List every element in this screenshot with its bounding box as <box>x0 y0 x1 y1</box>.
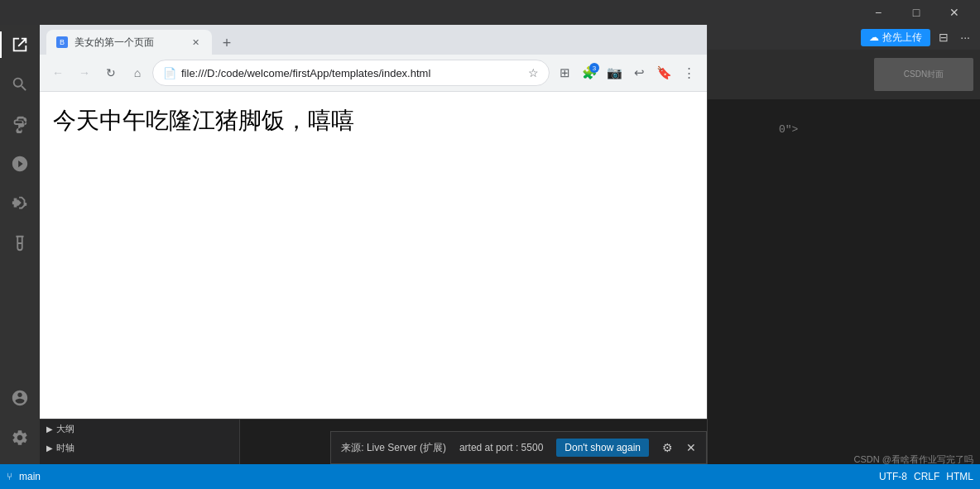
bookmark-toolbar-icon[interactable]: 🔖 <box>652 61 675 84</box>
forward-button[interactable]: → <box>73 61 96 84</box>
editor-content: 0"> <box>708 99 980 464</box>
title-bar: − □ ✕ <box>0 0 980 25</box>
home-button[interactable]: ⌂ <box>126 61 149 84</box>
notification-message: arted at port : 5500 <box>459 442 543 453</box>
bookmark-icon[interactable]: ☆ <box>528 66 539 79</box>
bottom-left-panel: ▶ 大纲 ▶ 时轴 <box>40 419 240 464</box>
csdn-notice: CSDN @看啥看作业写完了吗 <box>854 453 973 464</box>
settings-icon[interactable] <box>0 418 40 458</box>
toolbar-icons: ⊞ 🧩 3 📷 ↩ 🔖 ⋮ <box>553 61 700 84</box>
csdn-upload-button[interactable]: ☁ 抢先上传 <box>861 29 930 46</box>
extension-badge: 3 <box>589 63 599 73</box>
branch-icon: ⑂ <box>7 471 12 482</box>
timeline-label: 时轴 <box>56 442 74 454</box>
tab-title: 美女的第一个页面 <box>74 36 182 50</box>
page-heading: 今天中午吃隆江猪脚饭，嘻嘻 <box>53 105 694 137</box>
outline-chevron-icon: ▶ <box>46 424 53 434</box>
timeline-chevron-icon: ▶ <box>46 443 53 453</box>
close-button[interactable]: ✕ <box>935 0 973 25</box>
encoding-label: UTF-8 <box>879 471 907 482</box>
notification-close-icon[interactable]: ✕ <box>686 441 696 454</box>
back-toolbar-icon[interactable]: ↩ <box>627 61 651 84</box>
csdn-thumbnail-area: CSDN封面 <box>708 50 980 99</box>
extensions-toolbar-icon[interactable]: 🧩 3 <box>578 61 601 84</box>
explorer-icon[interactable] <box>0 25 40 65</box>
title-bar-controls: − □ ✕ <box>859 0 973 25</box>
outline-label: 大纲 <box>56 423 74 435</box>
split-editor-icon[interactable]: ⊟ <box>935 29 952 46</box>
minimize-button[interactable]: − <box>859 0 897 25</box>
browser-content: 今天中午吃隆江猪脚饭，嘻嘻 <box>40 92 707 419</box>
timeline-section-header[interactable]: ▶ 时轴 <box>40 439 239 458</box>
status-bar-right: UTF-8 CRLF HTML <box>879 471 973 482</box>
activity-bar-bottom <box>0 378 40 464</box>
extensions-icon[interactable] <box>0 184 40 223</box>
tab-favicon: B <box>56 36 68 48</box>
screenshot-icon[interactable]: 📷 <box>603 61 626 84</box>
code-line-1: 0"> <box>714 106 973 153</box>
notification-source: 来源: Live Server (扩展) <box>341 441 446 455</box>
live-server-notification: 来源: Live Server (扩展) arted at port : 550… <box>330 431 707 464</box>
bookmarks-icon[interactable]: ⊞ <box>553 61 576 84</box>
browser-tab-active[interactable]: B 美女的第一个页面 ✕ <box>46 30 212 55</box>
activity-bar <box>0 25 40 464</box>
status-bar-left: ⑂ main <box>7 471 41 482</box>
new-tab-button[interactable]: + <box>215 31 238 55</box>
right-topbar: ☁ 抢先上传 ⊟ ··· <box>708 25 980 50</box>
address-bar-wrapper: 📄 ☆ <box>152 60 550 86</box>
address-lock-icon: 📄 <box>163 67 176 79</box>
status-bar: ⑂ main UTF-8 CRLF HTML <box>0 464 980 489</box>
language-label: HTML <box>946 471 973 482</box>
upload-icon: ☁ <box>869 31 879 43</box>
right-panel: ☁ 抢先上传 ⊟ ··· CSDN封面 0"> CSDN @看啥看作业写完了吗 <box>707 25 980 464</box>
browser-toolbar: ← → ↻ ⌂ 📄 ☆ ⊞ 🧩 3 <box>40 55 707 92</box>
menu-button[interactable]: ⋮ <box>677 61 700 84</box>
branch-name: main <box>19 471 41 482</box>
bottom-row: ▶ 大纲 ▶ 时轴 来源: Live Server (扩展) arted at … <box>40 419 707 464</box>
dont-show-again-button[interactable]: Don't show again <box>556 439 649 457</box>
code-tag-span: 0"> <box>779 123 798 136</box>
browser-window: B 美女的第一个页面 ✕ + ← → ↻ ⌂ 📄 <box>40 25 707 419</box>
search-icon[interactable] <box>0 65 40 104</box>
run-debug-icon[interactable] <box>0 144 40 184</box>
reload-button[interactable]: ↻ <box>99 61 122 84</box>
line-ending-label: CRLF <box>914 471 939 482</box>
notification-gear-icon[interactable]: ⚙ <box>662 441 673 454</box>
source-control-icon[interactable] <box>0 104 40 144</box>
upload-label: 抢先上传 <box>882 31 922 45</box>
browser-tabs: B 美女的第一个页面 ✕ + <box>40 25 707 55</box>
activity-bar-top <box>0 25 40 263</box>
back-button[interactable]: ← <box>46 61 70 84</box>
left-column: B 美女的第一个页面 ✕ + ← → ↻ ⌂ 📄 <box>40 25 707 464</box>
browser-chrome: B 美女的第一个页面 ✕ + ← → ↻ ⌂ 📄 <box>40 25 707 92</box>
account-icon[interactable] <box>0 378 40 418</box>
testing-icon[interactable] <box>0 223 40 263</box>
csdn-thumbnail-image: CSDN封面 <box>874 58 973 91</box>
outline-section-header[interactable]: ▶ 大纲 <box>40 419 239 439</box>
maximize-button[interactable]: □ <box>897 0 935 25</box>
tab-close-button[interactable]: ✕ <box>189 36 202 49</box>
more-actions-icon[interactable]: ··· <box>957 29 973 46</box>
address-bar[interactable] <box>181 67 523 79</box>
bottom-right-area: 来源: Live Server (扩展) arted at port : 550… <box>240 419 707 464</box>
